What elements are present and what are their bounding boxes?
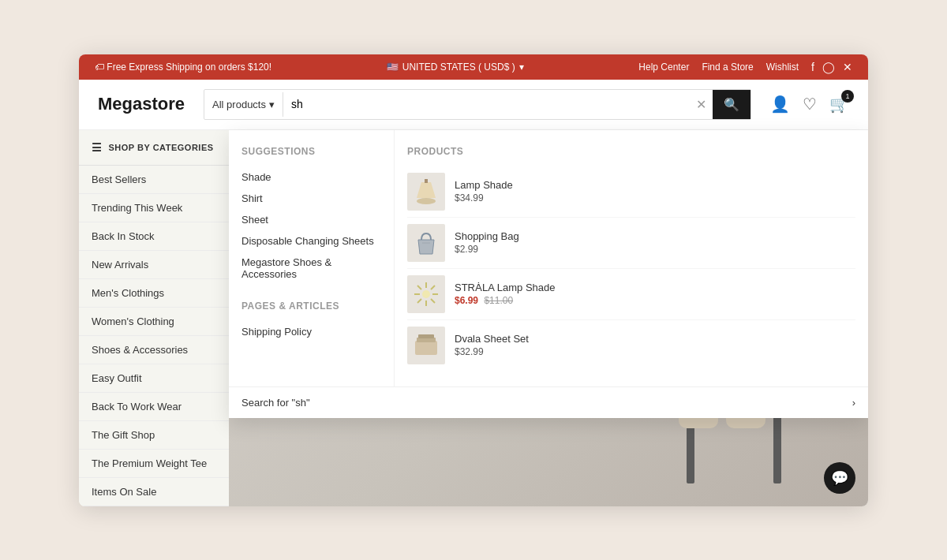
svg-line-19 bbox=[417, 286, 421, 289]
svg-point-14 bbox=[422, 290, 430, 298]
product-item[interactable]: STRȦLA Lamp Shade $6.99 $11.00 bbox=[407, 269, 855, 320]
product-info: Dvala Sheet Set $32.99 bbox=[455, 333, 855, 357]
search-all-results[interactable]: Search for "sh" › bbox=[229, 386, 868, 418]
suggestions-column: Suggestions Shade Shirt Sheet Disposable… bbox=[229, 130, 395, 386]
svg-rect-12 bbox=[425, 179, 428, 183]
sidebar-item-label: Back In Stock bbox=[92, 230, 154, 242]
sidebar-item-label: The Premium Weight Tee bbox=[92, 457, 207, 469]
suggestion-item[interactable]: Megastore Shoes & Accessories bbox=[241, 252, 381, 285]
banner-left: 🏷 Free Express Shipping on orders $120! bbox=[95, 62, 271, 73]
country-name: UNITED STATES ( USD$ ) bbox=[402, 62, 515, 73]
product-info: STRȦLA Lamp Shade $6.99 $11.00 bbox=[455, 282, 855, 306]
svg-line-22 bbox=[417, 299, 421, 303]
suggestion-label: Megastore Shoes & Accessories bbox=[241, 256, 331, 280]
sidebar-item-best-sellers[interactable]: Best Sellers bbox=[79, 166, 229, 194]
pages-title: Pages & articles bbox=[241, 301, 381, 312]
top-banner: 🏷 Free Express Shipping on orders $120! … bbox=[79, 54, 868, 80]
facebook-icon[interactable]: f bbox=[811, 61, 814, 73]
shipping-text: 🏷 Free Express Shipping on orders $120! bbox=[95, 62, 271, 73]
social-icons: f ◯ ✕ bbox=[811, 61, 852, 73]
svg-line-21 bbox=[431, 286, 435, 289]
search-icon: 🔍 bbox=[724, 98, 739, 111]
sidebar-item-label: Easy Outfit bbox=[92, 372, 142, 384]
suggestion-label: Shade bbox=[241, 171, 271, 183]
sidebar-item-label: Shoes & Accessories bbox=[92, 344, 188, 356]
sidebar-item-label: Men's Clothings bbox=[92, 287, 164, 299]
wishlist-icon[interactable]: ♡ bbox=[803, 95, 817, 114]
suggestion-item[interactable]: Shade bbox=[241, 166, 381, 188]
sidebar-item-sale[interactable]: Items On Sale bbox=[79, 478, 229, 506]
svg-point-11 bbox=[417, 198, 436, 204]
sidebar-item-label: Items On Sale bbox=[92, 486, 156, 498]
chat-icon: 💬 bbox=[831, 469, 848, 487]
x-twitter-icon[interactable]: ✕ bbox=[843, 61, 852, 73]
sidebar-item-back-work[interactable]: Back To Work Wear bbox=[79, 393, 229, 421]
suggestion-label: Disposable Changing Sheets bbox=[241, 235, 374, 247]
sidebar-item-gift-shop[interactable]: The Gift Shop bbox=[79, 421, 229, 450]
suggestion-label: Shirt bbox=[241, 192, 263, 204]
product-thumbnail bbox=[407, 173, 445, 211]
product-price: $6.99 $11.00 bbox=[455, 295, 855, 306]
sidebar-item-trending[interactable]: Trending This Week bbox=[79, 194, 229, 222]
sidebar-header: ☰ SHOP BY CATEGORIES bbox=[79, 130, 229, 166]
logo[interactable]: Megastore bbox=[98, 94, 185, 114]
sidebar-item-easy-outfit[interactable]: Easy Outfit bbox=[79, 364, 229, 393]
arrow-right-icon: › bbox=[852, 397, 855, 409]
shopping-bag-thumb bbox=[410, 227, 442, 259]
sidebar-item-shoes[interactable]: Shoes & Accessories bbox=[79, 336, 229, 364]
find-store-link[interactable]: Find a Store bbox=[702, 62, 753, 73]
search-footer-text: Search for "sh" bbox=[241, 397, 310, 409]
suggestions-title: Suggestions bbox=[241, 146, 381, 157]
svg-rect-23 bbox=[415, 341, 437, 355]
sidebar-item-back-in-stock[interactable]: Back In Stock bbox=[79, 222, 229, 251]
chevron-down-icon: ▾ bbox=[519, 62, 524, 73]
search-button[interactable]: 🔍 bbox=[713, 90, 750, 119]
lamp-shade-thumb bbox=[410, 176, 442, 207]
suggestion-item[interactable]: Sheet bbox=[241, 209, 381, 230]
category-chevron-icon: ▾ bbox=[269, 99, 275, 110]
product-item[interactable]: Lamp Shade $34.99 bbox=[407, 166, 855, 218]
sidebar-item-label: Women's Clothing bbox=[92, 315, 174, 327]
sidebar-item-label: New Arrivals bbox=[92, 259, 148, 271]
product-thumbnail bbox=[407, 224, 445, 262]
clear-search-icon[interactable]: ✕ bbox=[690, 91, 713, 118]
suggestion-label: Sheet bbox=[241, 214, 268, 226]
product-info: Lamp Shade $34.99 bbox=[455, 179, 855, 203]
header: Megastore All products ▾ ✕ 🔍 👤 ♡ 🛒 1 bbox=[79, 80, 868, 130]
chat-bubble[interactable]: 💬 bbox=[824, 462, 855, 494]
sidebar-item-mens[interactable]: Men's Clothings bbox=[79, 279, 229, 308]
svg-line-20 bbox=[431, 299, 435, 303]
wishlist-link[interactable]: Wishlist bbox=[766, 62, 799, 73]
product-name: Shopping Bag bbox=[455, 230, 855, 242]
search-category-selector[interactable]: All products ▾ bbox=[204, 92, 283, 117]
suggestion-item[interactable]: Disposable Changing Sheets bbox=[241, 230, 381, 252]
product-info: Shopping Bag $2.99 bbox=[455, 230, 855, 255]
sidebar-title: SHOP BY CATEGORIES bbox=[109, 143, 214, 152]
products-title: Products bbox=[407, 146, 855, 157]
suggestion-item[interactable]: Shirt bbox=[241, 188, 381, 209]
product-price: $32.99 bbox=[455, 346, 855, 357]
account-icon[interactable]: 👤 bbox=[770, 95, 790, 114]
cart-icon[interactable]: 🛒 1 bbox=[829, 95, 849, 114]
product-name: Dvala Sheet Set bbox=[455, 333, 855, 345]
banner-country[interactable]: 🇺🇸 UNITED STATES ( USD$ ) ▾ bbox=[387, 62, 524, 73]
strala-thumb bbox=[410, 278, 442, 310]
sidebar-item-label: The Gift Shop bbox=[92, 429, 155, 441]
product-item[interactable]: Dvala Sheet Set $32.99 bbox=[407, 320, 855, 371]
product-price: $34.99 bbox=[455, 192, 855, 203]
sidebar-item-premium-tee[interactable]: The Premium Weight Tee bbox=[79, 450, 229, 478]
search-input[interactable] bbox=[283, 91, 690, 117]
country-flag: 🇺🇸 bbox=[387, 62, 399, 73]
sidebar-item-new-arrivals[interactable]: New Arrivals bbox=[79, 251, 229, 279]
sidebar-item-womens[interactable]: Women's Clothing bbox=[79, 308, 229, 336]
product-item[interactable]: Shopping Bag $2.99 bbox=[407, 218, 855, 269]
sidebar-item-label: Best Sellers bbox=[92, 174, 146, 185]
help-center-link[interactable]: Help Center bbox=[638, 62, 689, 73]
sidebar-item-label: Trending This Week bbox=[92, 202, 182, 214]
sidebar-item-label: Back To Work Wear bbox=[92, 401, 182, 413]
page-item[interactable]: Shipping Policy bbox=[241, 321, 381, 342]
products-column: Products Lamp Shade $34.99 bbox=[395, 130, 868, 386]
hamburger-icon: ☰ bbox=[92, 141, 103, 154]
product-name: STRȦLA Lamp Shade bbox=[455, 282, 855, 293]
instagram-icon[interactable]: ◯ bbox=[822, 61, 835, 73]
